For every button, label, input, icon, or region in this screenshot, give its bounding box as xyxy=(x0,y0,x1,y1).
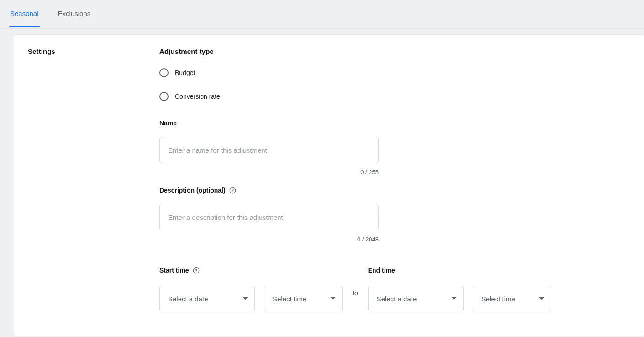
description-input[interactable] xyxy=(159,204,379,230)
help-icon[interactable] xyxy=(193,267,200,274)
start-time-select[interactable]: Select time xyxy=(264,286,343,311)
radio-conversion-rate[interactable]: Conversion rate xyxy=(159,92,630,101)
settings-card: Settings Adjustment type Budget Conversi… xyxy=(14,34,644,336)
radio-circle-icon xyxy=(159,92,169,101)
end-time-label: End time xyxy=(368,267,551,274)
svg-point-1 xyxy=(232,192,233,192)
caret-down-icon xyxy=(243,296,248,301)
radio-circle-icon xyxy=(159,68,169,77)
radio-conversion-rate-label: Conversion rate xyxy=(175,93,220,100)
end-time-label-text: End time xyxy=(368,267,395,274)
tab-seasonal[interactable]: Seasonal xyxy=(9,0,40,29)
start-date-select[interactable]: Select a date xyxy=(159,286,255,311)
description-label: Description (optional) xyxy=(159,187,630,194)
settings-heading: Settings xyxy=(28,48,159,55)
tab-seasonal-label: Seasonal xyxy=(10,10,39,17)
radio-budget-label: Budget xyxy=(175,69,195,76)
description-label-text: Description (optional) xyxy=(159,187,226,194)
svg-point-3 xyxy=(196,272,196,272)
name-input[interactable] xyxy=(159,137,379,163)
caret-down-icon xyxy=(539,296,544,301)
description-char-counter: 0 / 2048 xyxy=(159,236,379,243)
end-time-select[interactable]: Select time xyxy=(473,286,551,311)
radio-budget[interactable]: Budget xyxy=(159,68,630,77)
tabs-row: Seasonal Exclusions xyxy=(0,0,644,29)
caret-down-icon xyxy=(451,296,457,301)
end-date-select[interactable]: Select a date xyxy=(368,286,464,311)
to-label: to xyxy=(353,289,358,297)
end-date-placeholder: Select a date xyxy=(377,295,417,303)
name-char-counter: 0 / 255 xyxy=(159,169,379,176)
adjustment-type-title: Adjustment type xyxy=(159,48,630,55)
caret-down-icon xyxy=(330,296,336,301)
name-label: Name xyxy=(159,119,630,127)
start-time-placeholder: Select time xyxy=(273,295,306,303)
end-time-placeholder: Select time xyxy=(481,295,515,303)
tab-exclusions-label: Exclusions xyxy=(58,10,91,17)
start-date-placeholder: Select a date xyxy=(168,295,208,303)
help-icon[interactable] xyxy=(229,187,237,194)
start-time-label-text: Start time xyxy=(159,267,189,274)
start-time-label: Start time xyxy=(159,267,343,274)
tab-exclusions[interactable]: Exclusions xyxy=(57,0,92,29)
